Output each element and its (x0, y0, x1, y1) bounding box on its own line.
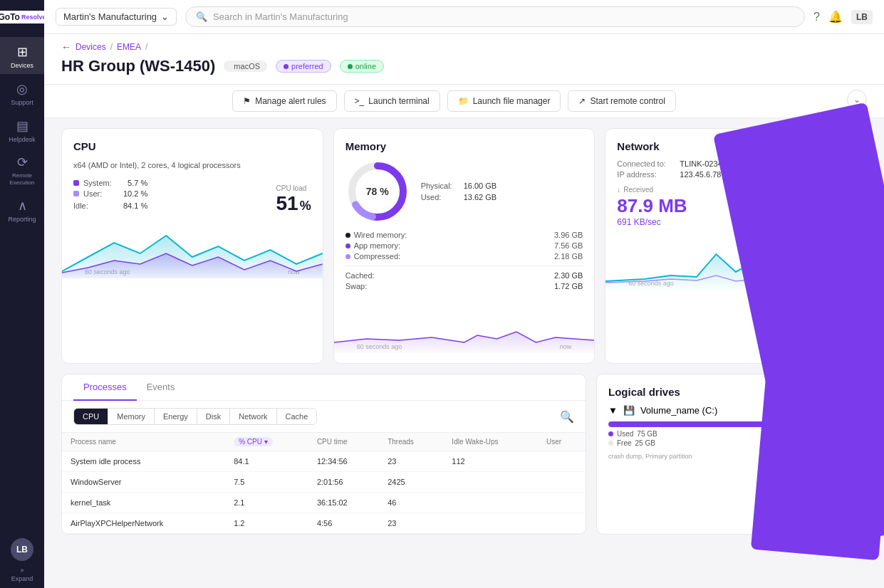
table-row[interactable]: kernel_task 2.1 36:15:02 46 (62, 493, 586, 513)
sidebar-nav: ⊞ Devices ◎ Support ▤ Helpdesk ⟳ RemoteE… (0, 34, 44, 538)
proc-cpu-time: 36:15:02 (308, 493, 379, 513)
folder-icon: 📁 (458, 96, 469, 106)
cpu-chart (62, 221, 323, 278)
used-label: Used (617, 430, 633, 438)
filter-energy[interactable]: Energy (155, 409, 197, 424)
proc-filter-bar: CPU Memory Energy Disk Network Cache 🔍 (62, 401, 586, 433)
sidebar-expand[interactable]: » Expand (11, 567, 33, 582)
user-avatar[interactable]: LB (11, 538, 33, 561)
proc-user (538, 513, 586, 534)
breadcrumb-sep1: / (110, 42, 113, 52)
table-row[interactable]: System idle process 84.1 12:34:56 23 112 (62, 451, 586, 472)
proc-threads: 46 (379, 493, 443, 513)
breadcrumb-sep2: / (145, 42, 147, 52)
network-title: Network (617, 140, 855, 152)
back-button[interactable]: ← (61, 41, 71, 53)
user-badge[interactable]: LB (851, 10, 873, 24)
idle-label: Idle: (73, 201, 109, 210)
processes-card: Processes Events CPU Memory Energy Disk … (61, 374, 586, 535)
memory-details: Wired memory: 3.96 GB App memory: 7.56 G… (345, 231, 583, 290)
filter-memory[interactable]: Memory (108, 409, 155, 424)
user-value: 10.2 % (123, 189, 147, 198)
sidebar-bottom: LB » Expand (0, 538, 44, 588)
volume-name: Volume_name (C:) (640, 405, 717, 416)
sidebar: GoTo Resolve ⊞ Devices ◎ Support ▤ Helpd… (0, 0, 44, 588)
network-chart (605, 233, 866, 290)
col-cpu[interactable]: % CPU ▾ (225, 433, 308, 451)
notification-icon[interactable]: 🔔 (828, 10, 843, 23)
sidebar-item-reporting[interactable]: ∧ Reporting (0, 191, 44, 228)
drives-title: Logical drives (608, 386, 855, 398)
expand-icon: » (20, 567, 24, 574)
drive-bar-bg (608, 421, 855, 427)
memory-stats: Physical: 16.00 GB Used: 13.62 GB (421, 182, 497, 201)
goto-text: GoTo (0, 12, 20, 22)
os-badge: macOS (224, 61, 267, 72)
search-bar[interactable]: 🔍 Search in Martin's Manufacturing (185, 6, 805, 27)
cpu-sort-badge: % CPU ▾ (234, 437, 273, 446)
goto-logo-mark[interactable]: GoTo Resolve (0, 11, 49, 23)
resolve-text: Resolve (21, 14, 46, 21)
cpu-stats: System: 5.7 % User: 10.2 % Idle: 84.1 % (73, 179, 147, 210)
chevron-down-icon: ⌄ (161, 11, 169, 22)
sidebar-label-helpdesk: Helpdesk (9, 136, 36, 144)
search-icon: 🔍 (196, 11, 207, 22)
alert-icon: ⚑ (243, 96, 251, 106)
used-value: 75 GB (637, 430, 657, 438)
terminal-icon: >_ (355, 96, 365, 106)
bottom-grid: Processes Events CPU Memory Energy Disk … (44, 364, 884, 545)
breadcrumb-emea[interactable]: EMEA (117, 42, 141, 52)
received-label: ↓ Received (617, 186, 855, 194)
support-icon: ◎ (16, 81, 28, 97)
table-row[interactable]: WindowServer 7.5 2:01:56 2425 (62, 472, 586, 493)
launch-file-manager-button[interactable]: 📁 Launch file manager (447, 90, 561, 112)
user-label: User: (83, 189, 119, 198)
drive-legend: Used 75 GB Free 25 GB crash dump, Primar… (608, 430, 855, 460)
sidebar-item-devices[interactable]: ⊞ Devices (0, 37, 44, 74)
sidebar-label-devices: Devices (11, 62, 33, 70)
drive-header-c[interactable]: ▼ 💾 Volume_name (C:) (608, 405, 855, 416)
tab-events[interactable]: Events (137, 374, 185, 401)
proc-cpu: 2.1 (225, 493, 308, 513)
expand-label: Expand (11, 575, 33, 582)
filter-cpu[interactable]: CPU (74, 409, 108, 424)
download-icon: ↓ (617, 186, 620, 194)
drive-icon: 💾 (623, 405, 635, 416)
action-bar: ⚑ Manage alert rules >_ Launch terminal … (44, 85, 884, 118)
cpu-description: x64 (AMD or Intel), 2 cores, 4 logical p… (73, 159, 311, 172)
company-selector[interactable]: Martin's Manufacturing ⌄ (56, 8, 177, 26)
network-info: Connected to: TLINK-02342 IP address: 12… (617, 159, 855, 179)
sidebar-item-remote[interactable]: ⟳ RemoteExecution (0, 147, 44, 190)
cpu-load-value: 51 (276, 192, 298, 215)
devices-icon: ⊞ (17, 44, 28, 60)
free-value: 25 GB (635, 439, 655, 447)
sidebar-item-helpdesk[interactable]: ▤ Helpdesk (0, 111, 44, 148)
proc-search-icon[interactable]: 🔍 (560, 410, 574, 424)
start-remote-control-button[interactable]: ↗ Start remote control (568, 90, 675, 112)
help-icon[interactable]: ? (813, 11, 820, 23)
proc-cpu: 84.1 (225, 451, 308, 472)
filter-cache[interactable]: Cache (277, 409, 317, 424)
page-area: ← Devices / EMEA / HR Group (WS-1450) ma… (44, 34, 884, 588)
company-name: Martin's Manufacturing (63, 11, 157, 22)
page-header: ← Devices / EMEA / HR Group (WS-1450) ma… (44, 34, 884, 85)
memory-card: Memory 78 % Physical: 16.00 GB (333, 128, 596, 364)
sidebar-item-support[interactable]: ◎ Support (0, 74, 44, 111)
memory-donut-wrap: 78 % Physical: 16.00 GB Used: 13.62 GB (345, 159, 583, 224)
launch-terminal-button[interactable]: >_ Launch terminal (344, 90, 440, 112)
filter-network[interactable]: Network (230, 409, 276, 424)
proc-name: WindowServer (62, 472, 225, 493)
sidebar-logo: GoTo Resolve (0, 0, 44, 34)
col-cpu-time: CPU time (308, 433, 379, 451)
collapse-button[interactable]: ⌄ (847, 90, 867, 110)
proc-name: kernel_task (62, 493, 225, 513)
table-row[interactable]: AirPlayXPCHelperNetwork 1.2 4:56 23 (62, 513, 586, 534)
tab-processes[interactable]: Processes (73, 374, 137, 401)
filter-btn-group: CPU Memory Energy Disk Network Cache (73, 408, 317, 425)
manage-alert-rules-button[interactable]: ⚑ Manage alert rules (232, 90, 336, 112)
breadcrumb-devices[interactable]: Devices (76, 42, 106, 52)
proc-user (538, 493, 586, 513)
memory-donut: 78 % (345, 159, 410, 224)
col-idle-wakeups: Idle Wake-Ups (443, 433, 538, 451)
filter-disk[interactable]: Disk (197, 409, 230, 424)
